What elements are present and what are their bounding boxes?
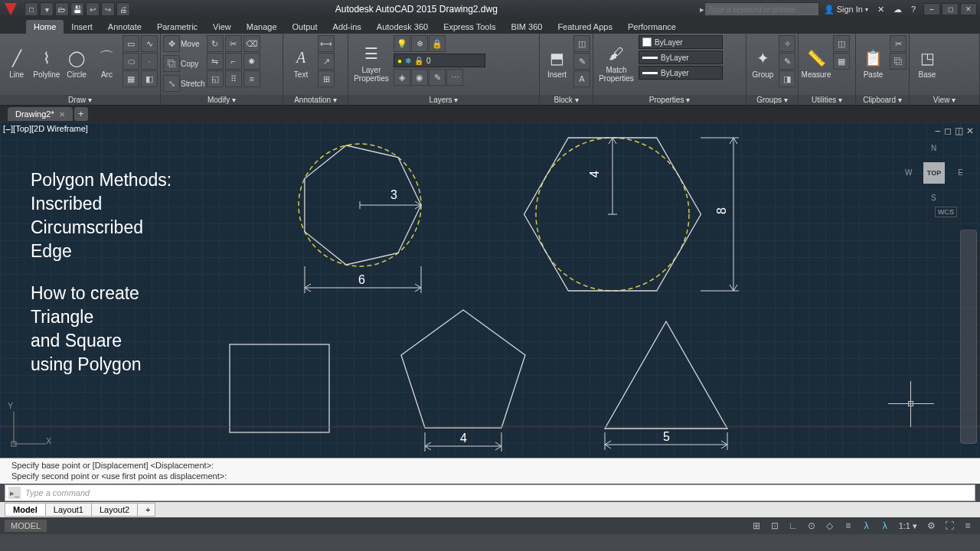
panel-properties-title[interactable]: Properties ▾ <box>593 95 746 105</box>
command-input[interactable]: ▸_ Type a command <box>5 484 975 501</box>
spline-button[interactable]: ∿ <box>141 35 158 52</box>
layer-combo[interactable]: ●❄🔓0 <box>394 54 485 67</box>
minimize-button[interactable]: ‒ <box>923 3 940 15</box>
layout-tab-1[interactable]: Layout1 <box>45 503 92 517</box>
panel-view-title[interactable]: View ▾ <box>910 95 979 105</box>
panel-layers-title[interactable]: Layers ▾ <box>348 95 539 105</box>
offset-button[interactable]: ≡ <box>243 70 260 87</box>
layer-match-button[interactable]: ✎ <box>429 69 446 86</box>
layer-iso-button[interactable]: ◈ <box>394 69 410 86</box>
move-button[interactable]: ✥Move <box>163 35 205 52</box>
mirror-button[interactable]: ⇋ <box>207 53 224 70</box>
tab-parametric[interactable]: Parametric <box>149 20 205 34</box>
qat-save-icon[interactable]: 💾 <box>70 2 84 16</box>
paste-button[interactable]: 📋Paste <box>858 35 888 90</box>
hatch-button[interactable]: ▦ <box>122 70 139 87</box>
vc-s[interactable]: S <box>931 194 936 202</box>
line-button[interactable]: ╱Line <box>2 35 31 90</box>
layer-lock-icon[interactable]: 🔒 <box>429 35 446 52</box>
groupedit-button[interactable]: ✎ <box>779 53 795 70</box>
trim-button[interactable]: ✂ <box>225 35 242 52</box>
add-tab-button[interactable]: + <box>74 107 88 121</box>
help-icon[interactable]: ? <box>906 5 920 14</box>
scale-button[interactable]: ◱ <box>207 70 224 87</box>
panel-clipboard-title[interactable]: Clipboard ▾ <box>856 95 909 105</box>
rect-button[interactable]: ▭ <box>122 35 139 52</box>
polar-toggle-icon[interactable]: ⊙ <box>804 519 819 533</box>
layout-add-button[interactable]: + <box>137 503 155 517</box>
app-logo-icon[interactable] <box>3 2 18 17</box>
exchange-icon[interactable]: ✕ <box>873 5 889 15</box>
panel-block-title[interactable]: Block ▾ <box>540 95 593 105</box>
fullscreen-icon[interactable]: ⛶ <box>942 519 957 533</box>
layer-misc-button[interactable]: ⋯ <box>446 69 463 86</box>
dim-button[interactable]: ⟷ <box>318 35 335 52</box>
snap-toggle-icon[interactable]: ⊡ <box>767 519 782 533</box>
tab-output[interactable]: Output <box>285 20 325 34</box>
navigation-bar[interactable] <box>960 230 977 444</box>
qat-dd-icon[interactable]: ▾ <box>40 2 54 16</box>
tab-performance[interactable]: Performance <box>620 20 684 34</box>
tab-featuredapps[interactable]: Featured Apps <box>550 20 620 34</box>
maximize-button[interactable]: ◻ <box>942 3 959 15</box>
panel-utilities-title[interactable]: Utilities ▾ <box>799 95 855 105</box>
arc-button[interactable]: ⌒Arc <box>93 35 121 90</box>
erase-button[interactable]: ⌫ <box>243 35 260 52</box>
qat-undo-icon[interactable]: ↩ <box>86 2 100 16</box>
tab-bim360[interactable]: BIM 360 <box>503 20 550 34</box>
layerprops-button[interactable]: ☰Layer Properties <box>351 35 392 90</box>
qat-redo-icon[interactable]: ↪ <box>101 2 115 16</box>
close-button[interactable]: ✕ <box>960 3 977 15</box>
status-scale[interactable]: 1:1 ▾ <box>896 521 920 531</box>
copy2-button[interactable]: ⿻ <box>890 53 906 70</box>
groupsel-button[interactable]: ◨ <box>779 70 795 87</box>
array-button[interactable]: ⠿ <box>225 70 242 87</box>
copy-button[interactable]: ⿻Copy <box>163 55 205 72</box>
view-cube-top[interactable]: TOP <box>923 162 945 184</box>
edit-block-button[interactable]: ✎ <box>573 53 590 70</box>
customize-icon[interactable]: ≡ <box>960 519 975 533</box>
tab-view[interactable]: View <box>205 20 239 34</box>
tab-manage[interactable]: Manage <box>239 20 285 34</box>
view-cube[interactable]: TOP N S E W <box>903 142 965 204</box>
attr-button[interactable]: A <box>573 70 590 87</box>
polyline-button[interactable]: ⌇Polyline <box>32 35 60 90</box>
tab-annotate[interactable]: Annotate <box>100 20 149 34</box>
base-button[interactable]: ◳Base <box>912 35 942 90</box>
lineweight-combo[interactable]: ByLayer <box>639 51 723 64</box>
status-model[interactable]: MODEL <box>5 520 47 532</box>
wcs-label[interactable]: WCS <box>935 207 957 217</box>
gear-icon[interactable]: ⚙ <box>923 519 939 533</box>
insert-button[interactable]: ⬒Insert <box>542 35 572 90</box>
color-combo[interactable]: ByLayer <box>639 35 723 49</box>
qat-print-icon[interactable]: 🖨 <box>116 2 130 16</box>
tab-autodesk360[interactable]: Autodesk 360 <box>369 20 436 34</box>
layout-tab-2[interactable]: Layout2 <box>91 503 138 517</box>
explode-button[interactable]: ✸ <box>243 53 260 70</box>
rotate-button[interactable]: ↻ <box>207 35 224 52</box>
osnap-toggle-icon[interactable]: ◇ <box>822 519 838 533</box>
layout-tab-model[interactable]: Model <box>5 503 46 517</box>
ungroup-button[interactable]: ✧ <box>779 35 795 52</box>
stretch-button[interactable]: ⤡Stretch <box>163 75 205 92</box>
region-button[interactable]: ◧ <box>141 70 158 87</box>
selectall-button[interactable]: ◫ <box>833 35 850 52</box>
layer-bulb-icon[interactable]: 💡 <box>394 35 410 52</box>
tab-expresstools[interactable]: Express Tools <box>436 20 503 34</box>
panel-annotation-title[interactable]: Annotation ▾ <box>283 95 348 105</box>
signin-button[interactable]: 👤Sign In▾ <box>819 5 873 15</box>
close-tab-icon[interactable]: ✕ <box>59 110 65 119</box>
drawing-canvas[interactable]: [‒][Top][2D Wireframe] ‒◻◫✕ Polygon Meth… <box>0 122 980 458</box>
tab-addins[interactable]: Add-ins <box>325 20 369 34</box>
linetype-combo[interactable]: ByLayer <box>639 66 723 80</box>
ortho-toggle-icon[interactable]: ∟ <box>786 519 801 533</box>
qat-new-icon[interactable]: □ <box>24 2 38 16</box>
create-block-button[interactable]: ◫ <box>573 35 590 52</box>
vc-n[interactable]: N <box>931 144 936 152</box>
panel-draw-title[interactable]: Draw ▾ <box>0 95 160 105</box>
document-tab[interactable]: Drawing2*✕ <box>8 107 73 121</box>
dyn-toggle-icon[interactable]: λ <box>859 519 874 533</box>
matchprops-button[interactable]: 🖌Match Properties <box>596 35 637 90</box>
a360-icon[interactable]: ☁ <box>889 5 906 15</box>
panel-groups-title[interactable]: Groups ▾ <box>746 95 798 105</box>
